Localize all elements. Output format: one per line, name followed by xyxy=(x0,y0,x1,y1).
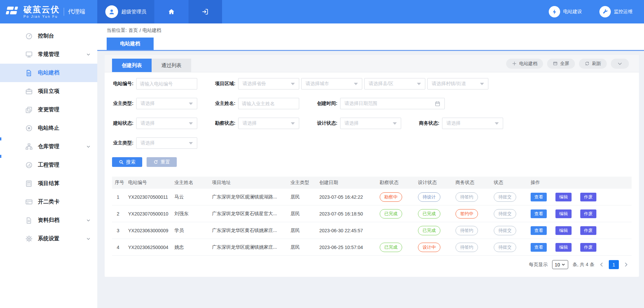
sidebar-item-change-management[interactable]: 变更管理 xyxy=(0,101,97,119)
toolbar-collapse-button[interactable] xyxy=(611,59,629,69)
home-button[interactable] xyxy=(154,0,189,23)
filter-label: 业主类型: xyxy=(112,101,133,107)
survey-status-select[interactable]: 请选择 xyxy=(238,118,299,129)
sidebar-item-station-archive[interactable]: 电站建档 xyxy=(0,64,97,82)
filter-create-time: 创建时间:请选择日期范围 xyxy=(316,98,445,109)
view-button[interactable]: 查看 xyxy=(531,243,547,252)
fullscreen-icon xyxy=(553,61,558,66)
province-select[interactable]: 请选择省份 xyxy=(238,78,299,89)
column-header: 创建日期 xyxy=(319,180,380,186)
filter-area: 电站编号:项目区域:请选择省份请选择城市请选择县/区请选择村镇/街道业主类型:请… xyxy=(105,72,639,149)
district-select[interactable]: 请选择县/区 xyxy=(364,78,425,89)
owner-type-cell: 居民 xyxy=(290,244,319,250)
owner-name-input[interactable] xyxy=(238,98,299,109)
void-button[interactable]: 作废 xyxy=(580,193,596,201)
status-badge: 待提交 xyxy=(494,192,516,202)
address-cell: 广东深圳龙华区黄石镇姚家庄... xyxy=(212,228,290,234)
select-placeholder: 请选择 xyxy=(141,120,155,126)
code-cell: YX2023062500004 xyxy=(128,245,174,250)
view-button[interactable]: 查看 xyxy=(531,226,547,235)
toolbar-refresh-button[interactable]: 刷新 xyxy=(579,59,607,69)
sidebar-item-label: 控制台 xyxy=(38,33,54,40)
void-button[interactable]: 作废 xyxy=(580,243,596,252)
owner-cell: 学员 xyxy=(174,228,212,234)
avatar xyxy=(105,5,118,18)
search-button[interactable]: 搜索 xyxy=(112,157,142,167)
filter-city: 请选择城市 xyxy=(301,78,362,89)
filter-buttons: 搜索 重置 xyxy=(112,157,639,167)
dashboard-icon xyxy=(25,32,33,40)
card-icon xyxy=(25,198,33,206)
tab-passed-list[interactable]: 通过列表 xyxy=(152,59,191,72)
sidebar-item-general-management[interactable]: 常规管理 xyxy=(0,45,97,64)
sidebar-item-engineering-management[interactable]: 工程管理 xyxy=(0,156,97,174)
survey-status-badge: 已完成 xyxy=(380,209,402,219)
business-cell: 待签约 xyxy=(455,192,494,202)
tab-create-list[interactable]: 创建列表 xyxy=(112,59,152,72)
toolbar-create-station-button[interactable]: 电站建档 xyxy=(506,59,543,69)
station-code-input[interactable] xyxy=(136,78,197,89)
owner-type-cell: 居民 xyxy=(290,228,319,234)
sidebar-item-system-settings[interactable]: 系统设置 xyxy=(0,230,97,248)
page-1-button[interactable]: 1 xyxy=(609,260,619,269)
edit-button[interactable]: 编辑 xyxy=(555,226,572,235)
business-cell: 签约中 xyxy=(455,209,494,219)
column-header: 商务状态 xyxy=(455,180,494,186)
sidebar-item-project-settlement[interactable]: 项目结算 xyxy=(0,174,97,193)
logout-button[interactable] xyxy=(189,0,222,23)
home-icon xyxy=(168,8,175,15)
sidebar-item-warehouse-management[interactable]: 仓库管理 xyxy=(0,137,97,156)
toolbar-fullscreen-button[interactable]: 全屏 xyxy=(547,59,575,69)
sidebar-item-station-termination[interactable]: 电站终止 xyxy=(0,119,97,137)
view-button[interactable]: 查看 xyxy=(531,193,547,201)
filter-label: 业主类型: xyxy=(112,140,133,146)
business-status-select[interactable]: 请选择 xyxy=(442,118,503,129)
sidebar-item-label: 系统设置 xyxy=(38,235,59,242)
breadcrumb-home: 首页 xyxy=(128,27,138,34)
void-button[interactable]: 作废 xyxy=(580,226,596,235)
row-actions: 查看编辑作废 xyxy=(531,193,632,201)
caret-down-icon xyxy=(417,83,421,85)
user-icon xyxy=(108,8,116,16)
per-page-select[interactable]: 10 xyxy=(552,260,568,269)
prev-page-button[interactable] xyxy=(599,262,604,267)
sidebar-item-project-initiation[interactable]: 项目立项 xyxy=(0,82,97,101)
header-nav-station-construction[interactable]: 电站建设 xyxy=(549,6,582,17)
toolbar-button-label: 刷新 xyxy=(592,61,601,67)
design-status-badge: 设计中 xyxy=(418,243,440,252)
caret-down-icon xyxy=(393,122,397,125)
sidebar-item-console[interactable]: 控制台 xyxy=(0,27,97,45)
station-construction-circle xyxy=(549,6,560,17)
filter-row: 业主类型:请选择 xyxy=(112,137,639,149)
filter-province: 项目区域:请选择省份 xyxy=(214,78,299,89)
next-page-button[interactable] xyxy=(623,262,629,267)
filter-district: 请选择县/区 xyxy=(364,78,425,89)
user-menu[interactable]: 超级管理员 xyxy=(97,0,154,23)
sidebar-item-data-archive[interactable]: 资料归档 xyxy=(0,211,97,230)
sidebar-item-label: 仓库管理 xyxy=(38,143,59,150)
town-select[interactable]: 请选择村镇/街道 xyxy=(427,78,488,89)
void-button[interactable]: 作废 xyxy=(580,209,596,218)
created-cell: 2023-06-30 22:45:57 xyxy=(319,228,380,233)
owner-type-2-select[interactable]: 请选择 xyxy=(136,137,197,149)
design-status-badge: 待设计 xyxy=(418,192,440,202)
create-time-range-picker[interactable]: 请选择日期范围 xyxy=(340,98,445,109)
design-cell: 已完成 xyxy=(418,209,455,219)
page-tab-bar: 电站建档 xyxy=(97,38,644,51)
sidebar-item-label: 电站建档 xyxy=(38,69,59,76)
edit-button[interactable]: 编辑 xyxy=(555,193,572,201)
filter-owner-type: 业主类型:请选择 xyxy=(112,98,197,109)
design-status-select[interactable]: 请选择 xyxy=(340,118,401,129)
header-nav-monitoring-operation[interactable]: 监控运维 xyxy=(599,6,633,17)
view-button[interactable]: 查看 xyxy=(531,209,547,218)
caret-down-icon xyxy=(354,83,358,85)
filter-business-status: 商务状态:请选择 xyxy=(418,118,503,129)
city-select[interactable]: 请选择城市 xyxy=(301,78,362,89)
edit-button[interactable]: 编辑 xyxy=(555,209,572,218)
sidebar-item-second-class-card[interactable]: 开二类卡 xyxy=(0,193,97,211)
page-tab-station-archive[interactable]: 电站建档 xyxy=(107,38,154,50)
owner-type-select[interactable]: 请选择 xyxy=(136,98,197,109)
edit-button[interactable]: 编辑 xyxy=(555,243,572,252)
build-status-select[interactable]: 请选择 xyxy=(136,118,197,129)
reset-button[interactable]: 重置 xyxy=(147,157,177,167)
